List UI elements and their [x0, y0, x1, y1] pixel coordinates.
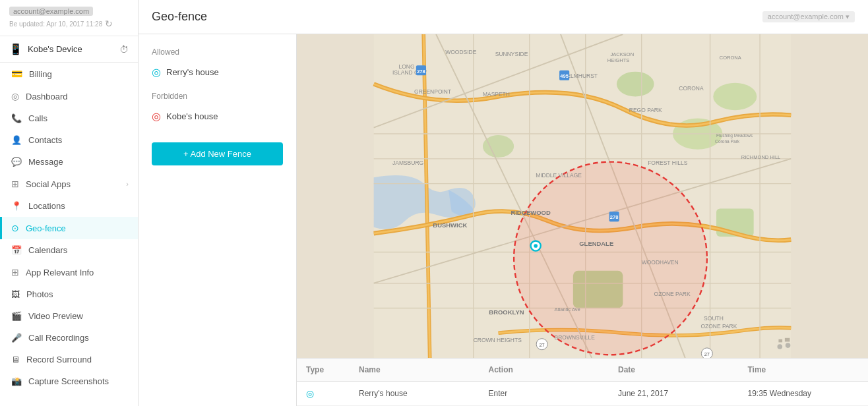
sidebar-item-calendars[interactable]: Calendars — [0, 239, 138, 261]
svg-text:Corona Park: Corona Park — [715, 139, 740, 144]
sidebar-item-label-app-relevant-info: App Relevant Info — [26, 268, 94, 277]
map-container[interactable]: JAMSBURG BUSHWICK RIDGEWOOD GLENDALE BRO… — [297, 34, 868, 358]
svg-text:JAMSBURG: JAMSBURG — [392, 160, 423, 166]
svg-text:Atlantic Ave: Atlantic Ave — [555, 306, 580, 312]
topbar-account[interactable]: account@example.com ▾ — [762, 11, 855, 22]
account-row: account@example.com — [9, 7, 129, 16]
sidebar-item-billing[interactable]: Billing — [0, 63, 138, 85]
sidebar-item-message[interactable]: Message — [0, 151, 138, 173]
sidebar-item-video-preview[interactable]: Video Preview — [0, 305, 138, 327]
sidebar-item-label-contacts: Contacts — [28, 135, 62, 145]
message-icon — [11, 157, 22, 167]
page-title: Geo-fence — [152, 10, 207, 24]
sidebar-item-label-billing: Billing — [29, 69, 52, 79]
row-date: June 21, 2017 — [609, 382, 739, 405]
update-row: Be updated: Apr 10, 2017 11:28 ↻ — [9, 18, 129, 29]
forbidden-label: Forbidden — [152, 92, 283, 101]
photos-icon — [11, 289, 20, 299]
col-time: Time — [739, 359, 869, 381]
row-type-icon: ◎ — [306, 388, 314, 399]
sidebar-item-photos[interactable]: Photos — [0, 283, 138, 305]
col-name: Name — [350, 359, 480, 381]
nav-arrow-social-apps: › — [126, 180, 129, 188]
allowed-fence-name: Rerry's house — [166, 67, 219, 77]
svg-text:RIDGEWOOD: RIDGEWOOD — [511, 209, 550, 216]
device-row: Kobe's Device — [0, 36, 138, 63]
svg-text:CROWN HEIGHTS: CROWN HEIGHTS — [474, 337, 522, 343]
svg-text:GLENDALE: GLENDALE — [579, 240, 613, 247]
svg-point-22 — [534, 244, 538, 248]
svg-text:GREENPOINT: GREENPOINT — [414, 88, 451, 95]
sidebar-item-label-call-recordings: Call Recordings — [28, 333, 89, 343]
row-time: 19:35 Wednesday — [739, 382, 869, 405]
svg-text:27: 27 — [704, 351, 710, 357]
sidebar-item-label-record-surround: Record Surround — [26, 355, 92, 364]
nav-list: BillingDashboardCallsContactsMessageSoci… — [0, 63, 138, 392]
svg-text:BROOKLYN: BROOKLYN — [489, 308, 524, 316]
geofence-icon — [11, 223, 19, 233]
sidebar-item-contacts[interactable]: Contacts — [0, 129, 138, 151]
calendars-icon — [11, 245, 22, 255]
table-row: ◎ Rerry's house Enter June 21, 2017 19:3… — [297, 382, 868, 406]
dashboard-icon — [11, 91, 19, 102]
main-content: Geo-fence account@example.com ▾ Allowed … — [139, 0, 868, 406]
svg-text:278: 278 — [610, 214, 619, 220]
add-fence-button[interactable]: + Add New Fence — [152, 142, 283, 165]
row-name: Rerry's house — [350, 382, 480, 405]
sidebar-item-capture-screenshots[interactable]: Capture Screenshots — [0, 370, 138, 392]
row-type: ◎ — [297, 382, 350, 405]
sidebar-item-record-surround[interactable]: Record Surround — [0, 349, 138, 370]
sidebar-item-label-calendars: Calendars — [28, 245, 67, 255]
callrec-icon — [11, 333, 22, 343]
svg-text:CORONA: CORONA — [720, 55, 742, 61]
svg-point-20 — [514, 162, 707, 355]
svg-text:BUSHWICK: BUSHWICK — [433, 221, 467, 229]
sidebar-item-dashboard[interactable]: Dashboard — [0, 85, 138, 107]
sidebar: account@example.com Be updated: Apr 10, … — [0, 0, 139, 406]
svg-text:FOREST HILLS: FOREST HILLS — [648, 160, 688, 166]
refresh-icon[interactable]: ↻ — [105, 18, 113, 29]
svg-point-64 — [786, 343, 791, 348]
col-action: Action — [480, 359, 609, 381]
map-svg: JAMSBURG BUSHWICK RIDGEWOOD GLENDALE BRO… — [297, 34, 868, 358]
svg-text:OZONE PARK: OZONE PARK — [700, 323, 737, 330]
clock-icon — [119, 44, 129, 55]
locations-icon — [11, 201, 22, 211]
sidebar-item-calls[interactable]: Calls — [0, 107, 138, 129]
forbidden-pin-icon: ◎ — [152, 110, 161, 123]
svg-text:SOUTH: SOUTH — [704, 315, 724, 322]
record-icon — [11, 355, 20, 364]
svg-text:JACKSON: JACKSON — [610, 51, 634, 57]
row-action: Enter — [480, 382, 609, 405]
topbar-right: account@example.com ▾ — [762, 11, 855, 22]
account-name: account@example.com — [9, 7, 93, 16]
svg-point-7 — [483, 135, 514, 158]
appinfo-icon — [11, 267, 19, 277]
sidebar-item-app-relevant-info[interactable]: App Relevant Info — [0, 261, 138, 283]
svg-text:MIDDLE VILLAGE: MIDDLE VILLAGE — [536, 172, 582, 179]
svg-text:WOODSIDE: WOODSIDE — [445, 49, 476, 55]
sidebar-item-label-locations: Locations — [28, 201, 65, 211]
video-icon — [11, 311, 22, 321]
sidebar-item-call-recordings[interactable]: Call Recordings — [0, 327, 138, 349]
sidebar-item-locations[interactable]: Locations — [0, 195, 138, 217]
col-type: Type — [297, 359, 350, 381]
calls-icon — [11, 113, 22, 123]
contacts-icon — [11, 135, 22, 145]
device-name-label: Kobe's Device — [9, 43, 82, 55]
table-header: Type Name Action Date Time — [297, 359, 868, 382]
svg-text:OZONE PARK: OZONE PARK — [654, 291, 691, 297]
left-panel: Allowed ◎ Rerry's house Forbidden ◎ Kobe… — [139, 34, 297, 406]
allowed-pin-icon: ◎ — [152, 66, 161, 78]
sidebar-item-label-geo-fence: Geo-fence — [26, 223, 66, 233]
sidebar-item-social-apps[interactable]: Social Apps› — [0, 173, 138, 195]
svg-text:REGO PARK: REGO PARK — [629, 107, 662, 113]
sidebar-item-label-video-preview: Video Preview — [28, 311, 83, 321]
sidebar-item-geo-fence[interactable]: Geo-fence — [0, 217, 138, 239]
svg-text:495: 495 — [560, 73, 569, 79]
svg-rect-63 — [778, 339, 782, 343]
svg-text:27: 27 — [539, 342, 544, 348]
topbar: Geo-fence account@example.com ▾ — [139, 0, 868, 34]
forbidden-fence-item: ◎ Kobe's house — [152, 107, 283, 125]
sidebar-item-label-calls: Calls — [28, 113, 47, 123]
